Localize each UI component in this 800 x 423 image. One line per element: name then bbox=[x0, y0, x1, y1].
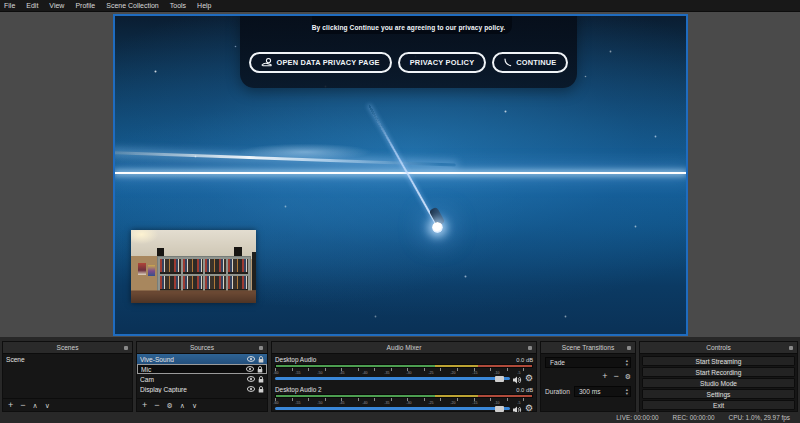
menu-file[interactable]: File bbox=[4, 2, 15, 9]
webcam-lamp-glow bbox=[131, 230, 169, 250]
audio-mixer-body: Desktop Audio 0.0 dB -60-55-50-45-40-35-… bbox=[272, 354, 536, 412]
audio-mixer-title[interactable]: Audio Mixer bbox=[272, 342, 536, 354]
db-ruler: -60-55-50-45-40-35-30-25-20-15-10-50 bbox=[275, 398, 533, 404]
source-item-cam[interactable]: Cam bbox=[137, 374, 267, 384]
sources-title-label: Sources bbox=[190, 344, 214, 351]
exit-button[interactable]: Exit bbox=[642, 400, 795, 410]
remove-scene-button[interactable]: − bbox=[20, 401, 25, 410]
visibility-eye-icon[interactable] bbox=[247, 376, 255, 382]
privacy-policy-label: PRIVACY POLICY bbox=[410, 58, 475, 67]
mixer-channel-desktop-audio: Desktop Audio 0.0 dB -60-55-50-45-40-35-… bbox=[275, 356, 533, 383]
visibility-eye-icon[interactable] bbox=[247, 356, 255, 362]
dock-area: Scenes Scene + − ∧ ∨ Sources Vive-Sound bbox=[0, 337, 800, 423]
pin-icon bbox=[124, 346, 128, 350]
status-bar: LIVE: 00:00:00 REC: 00:00:00 CPU: 1.0%, … bbox=[0, 412, 800, 423]
sources-panel-title[interactable]: Sources bbox=[137, 342, 267, 354]
menu-help[interactable]: Help bbox=[197, 2, 211, 9]
transition-select[interactable]: Fade ▴▾ bbox=[545, 357, 631, 368]
privacy-policy-button[interactable]: PRIVACY POLICY bbox=[398, 52, 487, 73]
start-streaming-button[interactable]: Start Streaming bbox=[642, 356, 795, 366]
duration-label: Duration bbox=[545, 388, 570, 395]
duration-value: 300 ms bbox=[579, 388, 601, 395]
transition-properties-gear-button[interactable]: ⚙ bbox=[625, 372, 631, 381]
menu-bar: File Edit View Profile Scene Collection … bbox=[0, 0, 800, 12]
privacy-dialog: By clicking Continue you are agreeing to… bbox=[240, 14, 577, 88]
scenes-panel: Scenes Scene + − ∧ ∨ bbox=[2, 341, 133, 412]
lock-icon[interactable] bbox=[258, 386, 264, 393]
controls-title[interactable]: Controls bbox=[640, 342, 797, 354]
volume-slider[interactable] bbox=[275, 377, 510, 380]
lock-icon[interactable] bbox=[258, 356, 264, 363]
rec-time: REC: 00:00:00 bbox=[673, 414, 715, 421]
trigger-icon bbox=[504, 58, 512, 67]
scene-transitions-title[interactable]: Scene Transitions bbox=[541, 342, 635, 354]
audio-mixer-panel: Audio Mixer Desktop Audio 0.0 dB -60-55-… bbox=[271, 341, 537, 412]
open-data-privacy-page-label: OPEN DATA PRIVACY PAGE bbox=[277, 58, 380, 67]
source-item-vive-sound[interactable]: Vive-Sound bbox=[137, 354, 267, 364]
studio-mode-button[interactable]: Studio Mode bbox=[642, 378, 795, 388]
source-item-display-capture[interactable]: Display Capture bbox=[137, 384, 267, 394]
open-data-privacy-page-button[interactable]: OPEN DATA PRIVACY PAGE bbox=[249, 52, 392, 73]
scenes-panel-title[interactable]: Scenes bbox=[3, 342, 132, 354]
menu-tools[interactable]: Tools bbox=[170, 2, 186, 9]
live-time: LIVE: 00:00:00 bbox=[616, 414, 658, 421]
add-source-button[interactable]: + bbox=[142, 401, 147, 410]
scene-list-item[interactable]: Scene bbox=[3, 354, 132, 364]
remove-source-button[interactable]: − bbox=[154, 401, 159, 410]
sources-panel: Sources Vive-Sound Mic bbox=[136, 341, 268, 412]
visibility-eye-icon[interactable] bbox=[247, 386, 255, 392]
menu-scene-collection[interactable]: Scene Collection bbox=[106, 2, 159, 9]
source-up-button[interactable]: ∧ bbox=[180, 401, 185, 410]
start-recording-button[interactable]: Start Recording bbox=[642, 367, 795, 377]
duration-spinner-icon[interactable]: ▴▾ bbox=[626, 387, 628, 396]
settings-button[interactable]: Settings bbox=[642, 389, 795, 399]
visibility-eye-icon[interactable] bbox=[246, 366, 254, 372]
source-name-edit-field[interactable]: Mic bbox=[141, 366, 246, 373]
source-item-mic[interactable]: Mic bbox=[137, 364, 267, 374]
cpu-fps: CPU: 1.0%, 29.97 fps bbox=[729, 414, 790, 421]
privacy-text: By clicking Continue you are agreeing to… bbox=[240, 24, 577, 31]
channel-level: 0.0 dB bbox=[516, 387, 533, 393]
scene-up-button[interactable]: ∧ bbox=[33, 401, 38, 410]
scene-down-button[interactable]: ∨ bbox=[45, 401, 50, 410]
source-down-button[interactable]: ∨ bbox=[192, 401, 197, 410]
audio-mixer-title-label: Audio Mixer bbox=[387, 344, 422, 351]
volume-slider-handle[interactable] bbox=[495, 376, 504, 382]
volume-slider[interactable] bbox=[275, 407, 510, 410]
source-name: Vive-Sound bbox=[140, 356, 247, 363]
pin-icon bbox=[528, 346, 532, 350]
menu-view[interactable]: View bbox=[49, 2, 64, 9]
source-properties-gear-button[interactable]: ⚙ bbox=[167, 401, 173, 410]
gamepad-icon bbox=[261, 58, 273, 67]
select-spinner-icon[interactable]: ▴▾ bbox=[626, 358, 628, 367]
db-ruler: -60-55-50-45-40-35-30-25-20-15-10-50 bbox=[275, 368, 533, 374]
webcam-overlay[interactable] bbox=[131, 230, 256, 303]
webcam-poster bbox=[148, 265, 155, 276]
continue-label: CONTINUE bbox=[516, 58, 556, 67]
channel-gear-icon[interactable]: ⚙ bbox=[525, 404, 533, 412]
lock-icon[interactable] bbox=[257, 366, 263, 373]
duration-spinbox[interactable]: 300 ms ▴▾ bbox=[574, 386, 631, 397]
channel-name: Desktop Audio bbox=[275, 356, 316, 363]
channel-gear-icon[interactable]: ⚙ bbox=[525, 374, 533, 383]
source-name: Cam bbox=[140, 376, 247, 383]
pin-icon bbox=[627, 346, 631, 350]
controls-title-label: Controls bbox=[706, 344, 731, 351]
webcam-bookshelf bbox=[157, 256, 251, 294]
add-transition-button[interactable]: + bbox=[602, 372, 607, 381]
preview-canvas[interactable]: By clicking Continue you are agreeing to… bbox=[113, 14, 688, 336]
channel-name: Desktop Audio 2 bbox=[275, 386, 322, 393]
volume-slider-handle[interactable] bbox=[495, 406, 504, 412]
controls-panel: Controls Start Streaming Start Recording… bbox=[639, 341, 798, 412]
pin-icon bbox=[789, 346, 793, 350]
scenes-toolbar: + − ∧ ∨ bbox=[3, 398, 132, 411]
menu-edit[interactable]: Edit bbox=[26, 2, 38, 9]
preview-surround: By clicking Continue you are agreeing to… bbox=[0, 12, 800, 337]
add-scene-button[interactable]: + bbox=[8, 401, 13, 410]
mixer-channel-desktop-audio-2: Desktop Audio 2 0.0 dB -60-55-50-45-40-3… bbox=[275, 386, 533, 412]
remove-transition-button[interactable]: − bbox=[613, 372, 618, 381]
lock-icon[interactable] bbox=[258, 376, 264, 383]
menu-profile[interactable]: Profile bbox=[75, 2, 95, 9]
continue-button[interactable]: CONTINUE bbox=[492, 52, 568, 73]
scene-transitions-title-label: Scene Transitions bbox=[562, 344, 614, 351]
